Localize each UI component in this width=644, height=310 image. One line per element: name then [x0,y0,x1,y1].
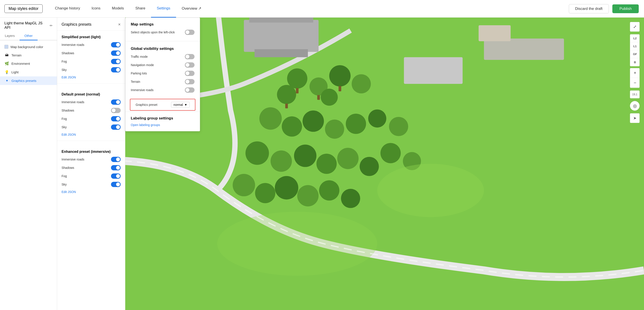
nav-change-history[interactable]: Change history [49,0,86,17]
tab-other[interactable]: Other [20,32,38,40]
default-shadows-toggle[interactable] [111,108,121,113]
immersive-roads-visibility-label: Immersive roads [131,88,154,92]
graphics-preset-select[interactable]: normal ▼ [171,102,190,108]
presets-panel-header: Graphics presets × [57,17,125,31]
toggle-thumb [116,166,120,170]
sidebar-item-graphics-presets[interactable]: ✦ Graphics presets [0,76,57,85]
compass-icon: ◎ [633,103,637,108]
terrain-visibility-toggle[interactable] [185,79,194,84]
immersive-roads-visibility-row: Immersive roads [131,87,194,93]
preset-divider-1 [57,83,125,84]
parking-lots-toggle[interactable] [185,71,194,76]
default-sky-toggle[interactable] [111,124,121,130]
immersive-roads-visibility-toggle[interactable] [185,87,194,93]
simplified-immersive-roads-label: Immersive roads [62,43,84,46]
compass-button[interactable]: ◎ [630,101,640,111]
sidebar-item-terrain[interactable]: 🏔 Terrain [0,51,57,59]
default-fog-label: Fog [62,117,67,121]
map-settings-divider-1 [126,41,200,41]
default-shadows-label: Shadows [62,109,74,112]
map-settings-main-section: Map settings Select objects upon the lef… [126,18,200,40]
toggle-thumb [116,117,120,121]
svg-rect-4 [404,57,463,84]
simplified-fog-row: Fog [62,59,121,64]
preset-divider-2 [57,141,125,141]
enhanced-fog-toggle[interactable] [111,173,121,179]
enhanced-sky-toggle[interactable] [111,182,121,187]
map-styles-editor-button[interactable]: Map styles editor [4,4,43,13]
toggle-thumb [116,100,120,104]
terrain-icon: 🏔 [4,53,9,57]
sidebar-tabs: Layers Other [0,32,57,40]
global-visibility-title: Global visibility settings [131,46,194,51]
graphics-preset-dropdown-icon: ▼ [184,103,187,106]
traffic-mode-label: Traffic mode [131,55,148,58]
svg-rect-34 [296,88,298,93]
edit-icon[interactable]: ✏ [50,23,52,28]
zoom-in-button[interactable]: + [630,68,640,78]
enhanced-shadows-row: Shadows [62,165,121,170]
tab-layers[interactable]: Layers [0,32,20,40]
location-button[interactable]: ➤ [630,113,640,123]
floor-gf-button[interactable]: GF [630,50,640,58]
svg-point-29 [255,183,276,203]
discard-button[interactable]: Discard the draft [569,4,609,13]
floor-l2-button[interactable]: L2 [630,34,640,42]
toggle-thumb [116,51,120,55]
simplified-sky-label: Sky [62,68,66,72]
default-immersive-roads-toggle[interactable] [111,99,121,105]
svg-point-33 [341,189,360,208]
default-edit-json-link[interactable]: Edit JSON [62,133,121,136]
sidebar-item-environment[interactable]: 🌿 Environment [0,59,57,68]
toggle-thumb [186,30,190,34]
simplified-immersive-roads-toggle[interactable] [111,42,121,47]
enhanced-shadows-label: Shadows [62,166,74,170]
sidebar-title: Light theme MapGL JS API [4,21,48,30]
enhanced-edit-json-link[interactable]: Edit JSON [62,190,121,194]
toggle-thumb [186,55,190,59]
sidebar-item-light[interactable]: 💡 Light [0,68,57,76]
simplified-fog-toggle[interactable] [111,59,121,64]
floor-b-button[interactable]: B [630,58,640,66]
select-objects-toggle[interactable] [185,30,194,35]
parking-lots-label: Parking lots [131,72,147,75]
svg-point-22 [294,145,316,167]
open-labeling-groups-link[interactable]: Open labeling groups [131,123,160,127]
default-sky-row: Sky [62,124,121,130]
close-presets-button[interactable]: × [118,22,121,27]
sidebar: Light theme MapGL JS API ✏ Layers Other … [0,17,57,310]
enhanced-preset-title: Enhanced preset (immersive) [62,150,121,154]
simplified-sky-toggle[interactable] [111,67,121,72]
presets-panel: Graphics presets × Simplified preset (li… [57,17,125,310]
map-settings-title: Map settings [131,22,194,26]
sidebar-item-map-background[interactable]: Map background color [0,43,57,51]
sidebar-items: Map background color 🏔 Terrain 🌿 Environ… [0,40,57,87]
enhanced-immersive-roads-toggle[interactable] [111,157,121,162]
simplified-edit-json-link[interactable]: Edit JSON [62,75,121,79]
nav-overview[interactable]: Overview ↗ [176,0,207,17]
floor-l1-button[interactable]: L1 [630,42,640,50]
fullscreen-button[interactable]: ⤢ [630,22,640,32]
map-settings-divider-2 [126,111,200,112]
enhanced-immersive-roads-label: Immersive roads [62,158,84,161]
nav-settings[interactable]: Settings [151,0,176,17]
nav-share[interactable]: Share [130,0,151,17]
traffic-mode-toggle[interactable] [185,54,194,59]
nav-models[interactable]: Models [106,0,130,17]
toggle-thumb [116,157,120,161]
nav-icons[interactable]: Icons [86,0,106,17]
svg-point-25 [360,157,379,176]
default-fog-toggle[interactable] [111,116,121,121]
svg-point-24 [337,148,358,169]
terrain-visibility-label: Terrain [131,80,140,83]
svg-point-23 [316,154,337,174]
presets-panel-title: Graphics presets [62,22,92,27]
default-immersive-roads-label: Immersive roads [62,100,84,104]
enhanced-shadows-toggle[interactable] [111,165,121,170]
zoom-out-button[interactable]: − [630,78,640,88]
simplified-shadows-toggle[interactable] [111,50,121,56]
traffic-mode-row: Traffic mode [131,54,194,59]
publish-button[interactable]: Publish [612,4,639,13]
enhanced-preset-section: Enhanced preset (immersive) Immersive ro… [57,145,125,194]
navigation-mode-toggle[interactable] [185,62,194,68]
